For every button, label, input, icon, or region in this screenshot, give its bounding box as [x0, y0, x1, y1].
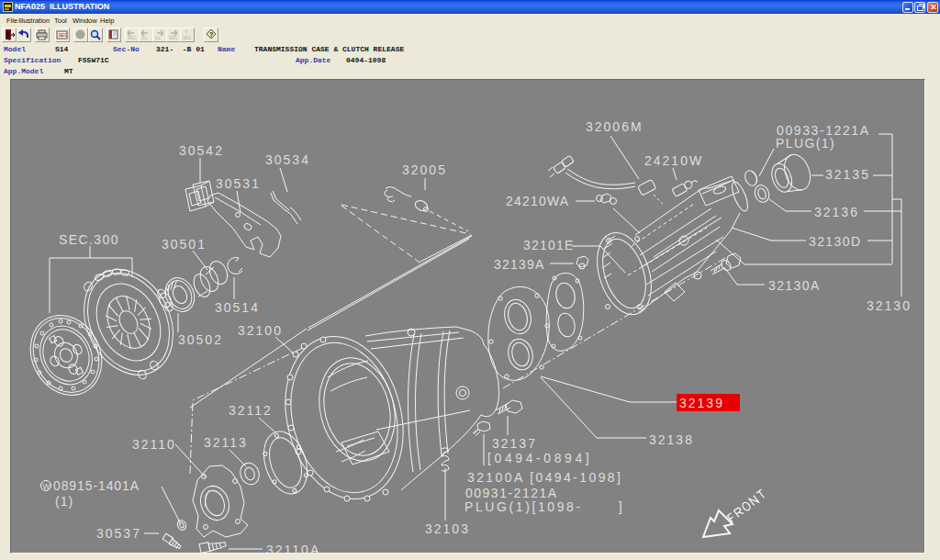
svg-text:32006M: 32006M: [586, 119, 643, 134]
svg-text:00931-2121A: 00931-2121A: [465, 486, 558, 500]
svg-text:SEC: SEC: [59, 32, 69, 38]
svg-text:32103: 32103: [425, 521, 470, 536]
svg-text:SEC: SEC: [183, 36, 192, 40]
svg-text:ILL: ILL: [141, 36, 148, 40]
svg-text:24210W: 24210W: [644, 153, 703, 168]
svg-text:30501: 30501: [162, 237, 207, 252]
svg-text:PLUG(1)[1098- ]: PLUG(1)[1098- ]: [464, 499, 624, 514]
svg-text:SEC.300: SEC.300: [59, 232, 119, 247]
svg-text:32136: 32136: [814, 205, 859, 219]
svg-text:PLUG(1): PLUG(1): [776, 136, 835, 151]
svg-text:32005: 32005: [402, 162, 447, 177]
svg-text:30534: 30534: [265, 152, 310, 167]
svg-text:30502: 30502: [178, 332, 223, 347]
svg-text:32130A: 32130A: [768, 278, 821, 293]
svg-text:?: ?: [209, 31, 213, 38]
svg-text:32139: 32139: [679, 396, 724, 410]
svg-text:32130D: 32130D: [809, 234, 861, 249]
svg-text:32101E: 32101E: [523, 238, 574, 252]
svg-text:ILL: ILL: [155, 36, 162, 40]
svg-text:32113: 32113: [204, 435, 248, 450]
svg-text:32110: 32110: [132, 437, 176, 452]
svg-text:30537: 30537: [96, 526, 141, 541]
svg-text:32112: 32112: [229, 403, 273, 418]
svg-text:?: ?: [185, 29, 188, 35]
svg-text:32100A [0494-1098]: 32100A [0494-1098]: [467, 470, 622, 485]
svg-text:SEC: SEC: [169, 36, 178, 40]
svg-text:08915-1401A: 08915-1401A: [53, 478, 140, 493]
svg-text:32100: 32100: [238, 323, 283, 338]
svg-text:(1): (1): [55, 494, 73, 509]
svg-text:24210WA: 24210WA: [506, 194, 569, 208]
svg-text:30514: 30514: [215, 300, 260, 315]
svg-text:32130: 32130: [867, 298, 912, 313]
svg-text:[0494-0894]: [0494-0894]: [487, 451, 592, 465]
svg-text:32110A: 32110A: [266, 543, 320, 553]
svg-text:30542: 30542: [179, 143, 224, 158]
svg-text:32139A: 32139A: [494, 257, 544, 272]
svg-text:SEC: SEC: [128, 36, 137, 40]
svg-text:32135: 32135: [825, 167, 870, 182]
svg-text:W: W: [43, 482, 50, 491]
svg-text:32138: 32138: [649, 432, 694, 447]
svg-text:32137: 32137: [492, 436, 537, 451]
svg-text:30531: 30531: [216, 176, 261, 191]
